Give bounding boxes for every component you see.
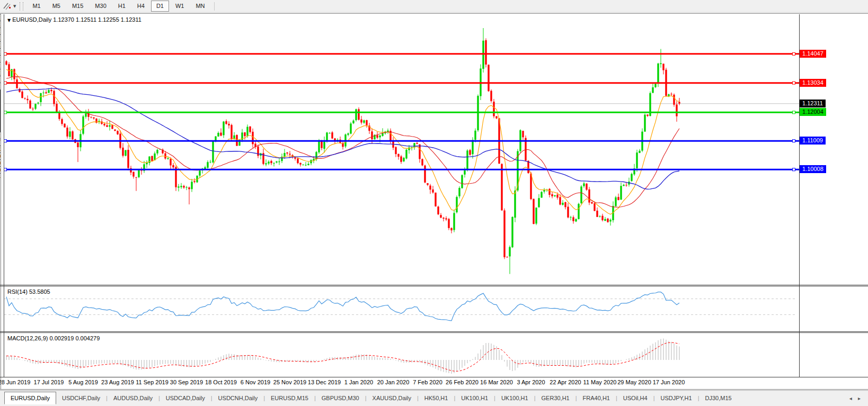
chart-tab-dj30-m15[interactable]: DJ30,M15: [699, 393, 738, 404]
time-tick-label: 6 Nov 2019: [238, 379, 272, 385]
time-tick-label: 28 Jun 2019: [0, 379, 31, 385]
price-axis-border: [799, 14, 800, 377]
collapse-chart-icon[interactable]: ▼: [7, 18, 11, 23]
timeframe-button-mn[interactable]: MN: [190, 1, 210, 12]
separator-rsi-macd[interactable]: [0, 331, 868, 332]
chart-tab-audusd-daily[interactable]: AUDUSD,Daily: [108, 393, 158, 404]
chart-tabs-bar: EURUSD,DailyUSDCHF,Daily|AUDUSD,Daily|US…: [0, 390, 868, 404]
macd-signal-line: [6, 342, 679, 371]
time-tick-label: 16 Mar 2020: [480, 379, 513, 385]
timeframes-toolbar: ▼ M1M5M15M30H1H4D1W1MN: [0, 0, 868, 13]
tab-scroll-arrows: ◂ ▸: [847, 393, 863, 404]
rsi-label: RSI(14) 53.5805: [7, 288, 50, 295]
chart-ohlc-header: ▼ EURUSD,Daily 1.12370 1.12511 1.12255 1…: [7, 16, 141, 23]
level-price-label: 1.14047: [800, 50, 826, 58]
chart-tab-gbpusd-m30[interactable]: GBPUSD,M30: [316, 393, 365, 404]
time-tick-label: 23 Aug 2019: [101, 379, 135, 385]
time-tick-label: 20 Jan 2020: [376, 379, 410, 385]
macd-label: MACD(12,26,9) 0.002919 0.004279: [7, 335, 100, 341]
scroll-tabs-right-button[interactable]: ▸: [856, 395, 863, 401]
macd-histogram: [6, 339, 679, 374]
chart-tab-usdchf-daily[interactable]: USDCHF,Daily: [56, 393, 106, 404]
line-studies-icon[interactable]: [2, 2, 13, 11]
level-price-label: 1.12004: [800, 108, 826, 116]
chart-tab-eurusd-daily[interactable]: EURUSD,Daily: [4, 392, 56, 404]
chart-tab-usdjpy-h1[interactable]: USDJPY,H1: [655, 393, 698, 404]
chart-tab-xauusd-daily[interactable]: XAUUSD,Daily: [367, 393, 417, 404]
rsi-line: [6, 292, 679, 321]
candles: [5, 28, 680, 274]
chart-tab-hk50-h1[interactable]: HK50,H1: [419, 393, 454, 404]
chart-tab-uk100-h1[interactable]: UK100,H1: [455, 393, 494, 404]
level-price-label: 1.10008: [800, 165, 826, 173]
time-tick-label: 11 May 2020: [583, 379, 617, 385]
separator-main-rsi[interactable]: [0, 285, 868, 285]
time-tick-label: 7 Feb 2020: [411, 379, 445, 385]
chart-tab-ger30-h1[interactable]: GER30,H1: [536, 393, 575, 404]
time-axis-line: [0, 377, 868, 377]
scroll-tabs-left-button[interactable]: ◂: [847, 395, 854, 401]
toolbar-separator: [214, 2, 215, 11]
current-price-label: 1.12311: [800, 100, 826, 107]
time-tick-label: 25 Nov 2019: [273, 379, 307, 385]
timeframe-button-m15[interactable]: M15: [67, 1, 88, 12]
chart-title-ohlc: EURUSD,Daily 1.12370 1.12511 1.12255 1.1…: [12, 16, 141, 23]
time-tick-label: 17 Jun 2020: [652, 379, 686, 385]
line-studies-dropdown-icon[interactable]: ▼: [13, 4, 16, 8]
timeframe-button-m30[interactable]: M30: [90, 1, 111, 12]
terminal-window: ▼ M1M5M15M30H1H4D1W1MN ▼ EURUSD,Daily 1.…: [0, 0, 868, 406]
toolbar-grip[interactable]: [20, 2, 23, 11]
time-tick-label: 11 Sep 2019: [135, 379, 169, 385]
time-tick-label: 29 May 2020: [617, 379, 651, 385]
time-tick-label: 18 Oct 2019: [204, 379, 238, 385]
chart-window-bottom-border: [0, 389, 868, 390]
chart-tab-usoil-h4[interactable]: USOil,H4: [617, 393, 653, 404]
chart-tab-eurusd-m15[interactable]: EURUSD,M15: [265, 393, 314, 404]
chart-tab-usdcnh-daily[interactable]: USDCNH,Daily: [212, 393, 264, 404]
time-tick-label: 3 Apr 2020: [514, 379, 548, 385]
level-price-label: 1.11009: [800, 137, 826, 145]
time-tick-label: 1 Jan 2020: [342, 379, 376, 385]
macd-panel-canvas[interactable]: [4, 333, 799, 377]
rsi-panel-canvas[interactable]: [4, 286, 799, 331]
timeframe-button-h1[interactable]: H1: [113, 1, 131, 12]
time-tick-label: 13 Dec 2019: [307, 379, 341, 385]
timeframe-button-m1[interactable]: M1: [27, 1, 46, 12]
timeframe-button-h4[interactable]: H4: [132, 1, 150, 12]
time-tick-label: 17 Jul 2019: [32, 379, 66, 385]
time-tick-label: 26 Feb 2020: [445, 379, 479, 385]
time-tick-label: 22 Apr 2020: [548, 379, 582, 385]
time-tick-label: 5 Aug 2019: [66, 379, 100, 385]
main-chart-canvas[interactable]: [4, 14, 799, 285]
timeframe-button-d1[interactable]: D1: [151, 1, 169, 12]
chart-tab-usdcad-daily[interactable]: USDCAD,Daily: [160, 393, 211, 404]
chart-tabs: EURUSD,DailyUSDCHF,Daily|AUDUSD,Daily|US…: [0, 391, 738, 404]
timeframe-button-w1[interactable]: W1: [170, 1, 190, 12]
timeframe-buttons: M1M5M15M30H1H4D1W1MN: [26, 1, 210, 12]
timeframe-button-m5[interactable]: M5: [47, 1, 66, 12]
time-tick-label: 30 Sep 2019: [170, 379, 203, 385]
chart-tab-fra40-h1[interactable]: FRA40,H1: [577, 393, 616, 404]
level-price-label: 1.13034: [800, 79, 826, 87]
chart-tab-uk100-h1[interactable]: UK100,H1: [495, 393, 534, 404]
